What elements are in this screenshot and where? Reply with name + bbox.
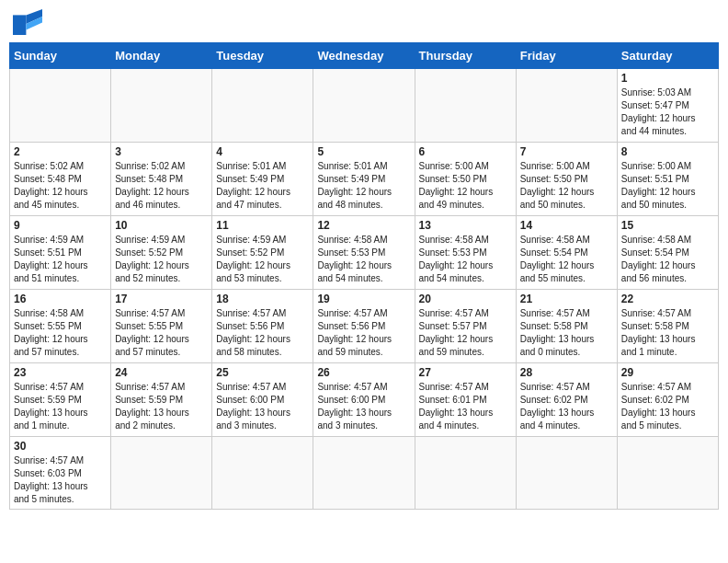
- day-info: Sunrise: 4:57 AM Sunset: 5:57 PM Dayligh…: [419, 307, 512, 359]
- calendar-cell: 11Sunrise: 4:59 AM Sunset: 5:52 PM Dayli…: [212, 216, 313, 290]
- page-header: [9, 9, 719, 35]
- day-info: Sunrise: 4:57 AM Sunset: 6:00 PM Dayligh…: [317, 381, 410, 432]
- day-number: 13: [419, 219, 512, 232]
- calendar: SundayMondayTuesdayWednesdayThursdayFrid…: [9, 42, 719, 510]
- day-number: 19: [317, 293, 410, 305]
- day-number: 28: [520, 366, 613, 379]
- week-row-1: 1Sunrise: 5:03 AM Sunset: 5:47 PM Daylig…: [10, 69, 719, 143]
- day-info: Sunrise: 4:57 AM Sunset: 6:01 PM Dayligh…: [419, 381, 512, 432]
- day-info: Sunrise: 4:57 AM Sunset: 6:02 PM Dayligh…: [621, 381, 714, 432]
- week-row-2: 2Sunrise: 5:02 AM Sunset: 5:48 PM Daylig…: [10, 143, 719, 216]
- weekday-header-saturday: Saturday: [617, 43, 718, 69]
- calendar-cell: 25Sunrise: 4:57 AM Sunset: 6:00 PM Dayli…: [212, 363, 313, 437]
- day-info: Sunrise: 5:02 AM Sunset: 5:48 PM Dayligh…: [14, 160, 107, 212]
- calendar-cell: 2Sunrise: 5:02 AM Sunset: 5:48 PM Daylig…: [10, 143, 111, 216]
- calendar-cell: [313, 69, 415, 143]
- day-number: 23: [14, 366, 107, 379]
- day-number: 22: [621, 293, 714, 305]
- calendar-cell: [516, 69, 617, 143]
- calendar-cell: 7Sunrise: 5:00 AM Sunset: 5:50 PM Daylig…: [516, 143, 617, 216]
- calendar-cell: 6Sunrise: 5:00 AM Sunset: 5:50 PM Daylig…: [415, 143, 516, 216]
- calendar-cell: 26Sunrise: 4:57 AM Sunset: 6:00 PM Dayli…: [313, 363, 415, 437]
- day-number: 29: [621, 366, 714, 379]
- day-info: Sunrise: 5:01 AM Sunset: 5:49 PM Dayligh…: [317, 160, 410, 212]
- logo: [13, 9, 46, 35]
- day-info: Sunrise: 4:58 AM Sunset: 5:55 PM Dayligh…: [14, 307, 107, 359]
- day-info: Sunrise: 5:00 AM Sunset: 5:50 PM Dayligh…: [520, 160, 613, 212]
- day-number: 26: [317, 366, 410, 379]
- weekday-header-tuesday: Tuesday: [212, 43, 313, 69]
- calendar-cell: 24Sunrise: 4:57 AM Sunset: 5:59 PM Dayli…: [111, 363, 212, 437]
- day-number: 8: [621, 145, 714, 158]
- weekday-header-wednesday: Wednesday: [313, 43, 415, 69]
- day-number: 15: [621, 219, 714, 232]
- calendar-cell: 3Sunrise: 5:02 AM Sunset: 5:48 PM Daylig…: [111, 143, 212, 216]
- day-info: Sunrise: 5:01 AM Sunset: 5:49 PM Dayligh…: [216, 160, 309, 212]
- calendar-cell: 10Sunrise: 4:59 AM Sunset: 5:52 PM Dayli…: [111, 216, 212, 290]
- day-info: Sunrise: 4:57 AM Sunset: 5:58 PM Dayligh…: [621, 307, 714, 359]
- day-info: Sunrise: 4:58 AM Sunset: 5:54 PM Dayligh…: [520, 234, 613, 285]
- day-number: 14: [520, 219, 613, 232]
- weekday-header-friday: Friday: [516, 43, 617, 69]
- calendar-cell: 22Sunrise: 4:57 AM Sunset: 5:58 PM Dayli…: [617, 290, 718, 363]
- day-info: Sunrise: 5:02 AM Sunset: 5:48 PM Dayligh…: [115, 160, 208, 212]
- day-info: Sunrise: 4:57 AM Sunset: 6:00 PM Dayligh…: [216, 381, 309, 432]
- calendar-cell: 13Sunrise: 4:58 AM Sunset: 5:53 PM Dayli…: [415, 216, 516, 290]
- calendar-cell: 5Sunrise: 5:01 AM Sunset: 5:49 PM Daylig…: [313, 143, 415, 216]
- day-info: Sunrise: 4:57 AM Sunset: 5:59 PM Dayligh…: [14, 381, 107, 432]
- day-info: Sunrise: 4:58 AM Sunset: 5:54 PM Dayligh…: [621, 234, 714, 285]
- calendar-cell: 16Sunrise: 4:58 AM Sunset: 5:55 PM Dayli…: [10, 290, 111, 363]
- day-number: 12: [317, 219, 410, 232]
- calendar-cell: 19Sunrise: 4:57 AM Sunset: 5:56 PM Dayli…: [313, 290, 415, 363]
- calendar-cell: 27Sunrise: 4:57 AM Sunset: 6:01 PM Dayli…: [415, 363, 516, 437]
- calendar-cell: [212, 69, 313, 143]
- day-number: 1: [621, 72, 714, 85]
- day-number: 4: [216, 145, 309, 158]
- day-info: Sunrise: 4:57 AM Sunset: 5:58 PM Dayligh…: [520, 307, 613, 359]
- day-info: Sunrise: 4:57 AM Sunset: 5:56 PM Dayligh…: [317, 307, 410, 359]
- day-info: Sunrise: 4:58 AM Sunset: 5:53 PM Dayligh…: [317, 234, 410, 285]
- day-number: 11: [216, 219, 309, 232]
- day-number: 27: [419, 366, 512, 379]
- day-info: Sunrise: 4:59 AM Sunset: 5:51 PM Dayligh…: [14, 234, 107, 285]
- calendar-cell: [313, 437, 415, 510]
- day-number: 5: [317, 145, 410, 158]
- calendar-cell: 28Sunrise: 4:57 AM Sunset: 6:02 PM Dayli…: [516, 363, 617, 437]
- day-number: 30: [14, 440, 107, 453]
- week-row-5: 23Sunrise: 4:57 AM Sunset: 5:59 PM Dayli…: [10, 363, 719, 437]
- calendar-cell: 12Sunrise: 4:58 AM Sunset: 5:53 PM Dayli…: [313, 216, 415, 290]
- calendar-cell: [516, 437, 617, 510]
- calendar-cell: 18Sunrise: 4:57 AM Sunset: 5:56 PM Dayli…: [212, 290, 313, 363]
- day-info: Sunrise: 5:00 AM Sunset: 5:51 PM Dayligh…: [621, 160, 714, 212]
- day-info: Sunrise: 4:57 AM Sunset: 5:59 PM Dayligh…: [115, 381, 208, 432]
- calendar-cell: [415, 69, 516, 143]
- calendar-cell: 30Sunrise: 4:57 AM Sunset: 6:03 PM Dayli…: [10, 437, 111, 510]
- day-number: 18: [216, 293, 309, 305]
- day-number: 6: [419, 145, 512, 158]
- weekday-header-thursday: Thursday: [415, 43, 516, 69]
- day-number: 21: [520, 293, 613, 305]
- calendar-cell: 20Sunrise: 4:57 AM Sunset: 5:57 PM Dayli…: [415, 290, 516, 363]
- day-info: Sunrise: 4:57 AM Sunset: 6:03 PM Dayligh…: [14, 454, 107, 506]
- day-info: Sunrise: 5:00 AM Sunset: 5:50 PM Dayligh…: [419, 160, 512, 212]
- calendar-cell: 1Sunrise: 5:03 AM Sunset: 5:47 PM Daylig…: [617, 69, 718, 143]
- calendar-cell: 15Sunrise: 4:58 AM Sunset: 5:54 PM Dayli…: [617, 216, 718, 290]
- svg-rect-0: [13, 15, 26, 35]
- logo-icon: [13, 9, 42, 35]
- day-info: Sunrise: 4:57 AM Sunset: 5:55 PM Dayligh…: [115, 307, 208, 359]
- calendar-cell: [10, 69, 111, 143]
- day-number: 3: [115, 145, 208, 158]
- day-number: 20: [419, 293, 512, 305]
- week-row-4: 16Sunrise: 4:58 AM Sunset: 5:55 PM Dayli…: [10, 290, 719, 363]
- calendar-cell: [111, 69, 212, 143]
- calendar-cell: 8Sunrise: 5:00 AM Sunset: 5:51 PM Daylig…: [617, 143, 718, 216]
- day-number: 10: [115, 219, 208, 232]
- day-number: 7: [520, 145, 613, 158]
- week-row-6: 30Sunrise: 4:57 AM Sunset: 6:03 PM Dayli…: [10, 437, 719, 510]
- day-info: Sunrise: 4:59 AM Sunset: 5:52 PM Dayligh…: [216, 234, 309, 285]
- day-info: Sunrise: 4:57 AM Sunset: 5:56 PM Dayligh…: [216, 307, 309, 359]
- calendar-cell: 9Sunrise: 4:59 AM Sunset: 5:51 PM Daylig…: [10, 216, 111, 290]
- calendar-cell: [415, 437, 516, 510]
- day-number: 17: [115, 293, 208, 305]
- day-number: 25: [216, 366, 309, 379]
